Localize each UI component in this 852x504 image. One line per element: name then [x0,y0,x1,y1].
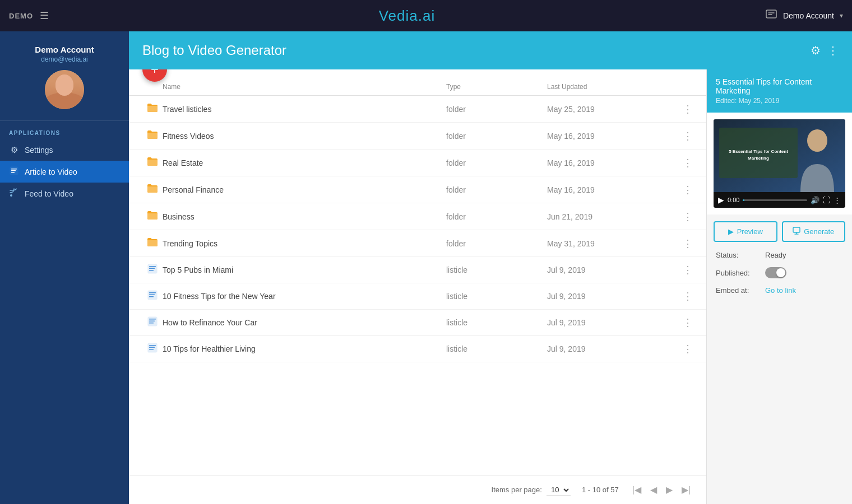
table-row[interactable]: How to Refinance Your Car listicle Jul 9… [129,310,706,336]
more-options-button[interactable]: ⋮ [827,44,839,57]
row-menu-button[interactable]: ⋮ [670,211,693,223]
svg-rect-17 [149,295,155,296]
table-row[interactable]: Real Estate folder May 16, 2019 ⋮ [129,150,706,176]
status-row: Status: Ready [716,251,843,259]
row-updated: May 16, 2019 [547,132,670,141]
row-name: Trending Topics [163,239,446,248]
svg-rect-25 [149,347,155,348]
row-updated: May 16, 2019 [547,185,670,194]
video-more-icon[interactable]: ⋮ [834,196,841,204]
table-row[interactable]: Travel listicles folder May 25, 2019 ⋮ [129,96,706,123]
row-menu-button[interactable]: ⋮ [670,316,693,329]
table-row[interactable]: Top 5 Pubs in Miami listicle Jul 9, 2019… [129,257,706,283]
sidebar: Demo Account demo@vedia.ai A [0,31,129,504]
panel-subtitle: Edited: May 25, 2019 [716,97,843,105]
row-icon [142,129,163,142]
last-page-button[interactable]: ▶| [679,482,693,497]
row-menu-button[interactable]: ⋮ [670,130,693,142]
next-page-button[interactable]: ▶ [664,482,675,497]
video-progress[interactable] [743,199,807,201]
folder-icon [147,210,158,223]
video-time: 0:00 [728,197,739,203]
table-row[interactable]: Fitness Videos folder May 16, 2019 ⋮ [129,123,706,150]
video-controls: ▶ 0:00 🔊 ⛶ ⋮ [714,192,845,208]
row-icon [142,210,163,223]
svg-rect-7 [11,169,17,170]
row-type: listicle [446,318,547,327]
preview-button[interactable]: ▶ Preview [714,221,777,242]
row-menu-button[interactable]: ⋮ [670,237,693,250]
sidebar-profile: Demo Account demo@vedia.ai [0,31,129,121]
row-type: folder [446,105,547,114]
content-split: + Name Type Last Updated Travel listicle… [129,69,852,504]
table-area: + Name Type Last Updated Travel listicle… [129,69,706,504]
row-updated: May 16, 2019 [547,158,670,167]
avatar [45,70,84,109]
svg-point-28 [807,129,827,152]
row-menu-button[interactable]: ⋮ [670,264,693,276]
article-icon [9,166,19,177]
volume-icon[interactable]: 🔊 [811,196,819,204]
per-page-select[interactable]: 10 25 50 [547,484,571,496]
topbar-right: Demo Account ▾ [765,8,843,24]
items-per-page-label: Items per page: [492,486,542,494]
svg-point-5 [66,82,68,85]
row-updated: Jul 9, 2019 [547,292,670,301]
row-icon [142,102,163,115]
row-menu-button[interactable]: ⋮ [670,103,693,115]
right-panel-header: 5 Essential Tips for Content Marketing E… [707,69,852,113]
row-menu-button[interactable]: ⋮ [670,343,693,355]
svg-point-4 [61,82,63,85]
table-row[interactable]: Trending Topics folder May 31, 2019 ⋮ [129,230,706,257]
row-name: 10 Fitness Tips for the New Year [163,292,446,301]
app-logo: Vedia.ai [379,7,436,25]
row-menu-button[interactable]: ⋮ [670,157,693,169]
svg-text:5 Essential Tips for Content: 5 Essential Tips for Content [729,149,788,154]
svg-point-2 [59,79,70,92]
preview-icon: ▶ [728,227,734,236]
sidebar-item-settings[interactable]: ⚙ Settings [0,139,129,161]
row-icon [142,343,163,355]
sidebar-section-label: APPLICATIONS [0,121,129,139]
row-updated: Jul 9, 2019 [547,265,670,274]
prev-page-button[interactable]: ◀ [648,482,659,497]
table-row[interactable]: 10 Fitness Tips for the New Year listicl… [129,283,706,310]
table-row[interactable]: Business folder Jun 21, 2019 ⋮ [129,203,706,230]
demo-label: DEMO [9,12,33,20]
row-menu-button[interactable]: ⋮ [670,184,693,196]
svg-point-10 [10,194,12,197]
video-thumbnail: 5 Essential Tips for Content Marketing [714,119,845,192]
panel-title: 5 Essential Tips for Content Marketing [716,77,843,95]
feed-icon [9,188,19,199]
row-icon [142,290,163,302]
row-name: Travel listicles [163,105,446,114]
avatar-image [45,70,84,109]
published-toggle[interactable] [765,267,786,278]
generate-button[interactable]: Generate [782,221,846,242]
sidebar-item-feed-to-video[interactable]: Feed to Video [0,183,129,204]
svg-rect-16 [149,292,156,293]
svg-rect-18 [149,296,154,297]
settings-button[interactable]: ⚙ [811,44,821,57]
row-type: listicle [446,344,547,353]
row-menu-button[interactable]: ⋮ [670,290,693,302]
profile-email: demo@vedia.ai [9,55,120,63]
folder-icon [147,237,158,250]
page-header-actions: ⚙ ⋮ [811,44,839,57]
first-page-button[interactable]: |◀ [630,482,643,497]
play-button[interactable]: ▶ [718,195,724,204]
row-updated: Jul 9, 2019 [547,344,670,353]
table-row[interactable]: Personal Finance folder May 16, 2019 ⋮ [129,176,706,203]
sidebar-item-article-to-video[interactable]: Article to Video [0,161,129,183]
topbar: DEMO ☰ Vedia.ai Demo Account ▾ [0,0,852,31]
sidebar-item-settings-label: Settings [25,146,53,155]
account-chevron-icon[interactable]: ▾ [840,12,843,20]
table-row[interactable]: 10 Tips for Healthier Living listicle Ju… [129,336,706,362]
row-type: folder [446,158,547,167]
fullscreen-icon[interactable]: ⛶ [823,196,830,204]
svg-point-3 [55,74,73,95]
col-name-header: Name [163,83,446,91]
page-header: Blog to Video Generator ⚙ ⋮ [129,31,852,69]
embed-link[interactable]: Go to link [765,286,796,295]
menu-icon[interactable]: ☰ [40,10,49,22]
